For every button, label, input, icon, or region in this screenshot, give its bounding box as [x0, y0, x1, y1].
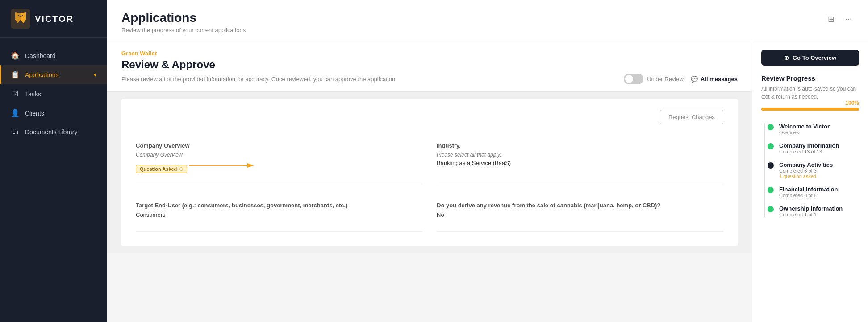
request-changes-row: Request Changes: [136, 110, 723, 124]
main-content: Applications Review the progress of your…: [107, 0, 868, 322]
home-icon: 🏠: [11, 51, 20, 60]
sidebar-item-documents[interactable]: 🗂 Documents Library: [0, 123, 107, 141]
step-text-ownership: Ownership Information Completed 1 of 1: [779, 205, 843, 217]
sidebar-item-applications[interactable]: 📋 Applications ▾: [0, 65, 107, 84]
step-status: Overview: [779, 130, 830, 135]
section-banner: Green Wallet Review & Approve Please rev…: [107, 41, 752, 92]
field-value: No: [437, 211, 723, 218]
question-asked-area: Question Asked: [136, 163, 422, 173]
step-dot-company-info: [768, 143, 774, 149]
all-messages-button[interactable]: 💬 All messages: [691, 76, 738, 83]
sidebar-item-dashboard[interactable]: 🏠 Dashboard: [0, 46, 107, 65]
tasks-icon: ☑: [11, 90, 20, 98]
progress-percentage: 100%: [845, 100, 859, 106]
svg-marker-2: [247, 163, 254, 168]
sidebar-item-label: Applications: [25, 71, 59, 78]
go-to-overview-label: Go To Overview: [793, 54, 836, 61]
step-status: Completed 13 of 13: [779, 149, 839, 154]
step-text-financial: Financial Information Completed 8 of 8: [779, 186, 838, 198]
header-actions: ⊞ ···: [826, 11, 854, 26]
form-fields-grid-second: Target End-User (e.g.: consumers, busine…: [136, 191, 723, 235]
section-description: Please review all of the provided inform…: [121, 76, 434, 83]
review-progress-desc: All information is auto-saved so you can…: [761, 85, 859, 101]
form-field-cannabis: Do you derive any revenue from the sale …: [437, 202, 723, 232]
annotation-arrow: [189, 161, 261, 179]
step-name: Company Activities: [779, 161, 833, 168]
step-dot-financial: [768, 187, 774, 193]
step-status: Completed 8 of 8: [779, 193, 838, 198]
step-status: Completed 3 of 3: [779, 168, 833, 173]
sidebar-item-clients[interactable]: 👤 Clients: [0, 103, 107, 123]
sidebar-item-label: Dashboard: [25, 52, 56, 59]
sidebar-logo: VICTOR: [0, 0, 107, 38]
documents-icon: 🗂: [11, 128, 20, 136]
step-text-welcome: Welcome to Victor Overview: [779, 123, 830, 135]
field-value: Consumers: [136, 211, 422, 218]
step-name: Company Information: [779, 142, 839, 149]
section-title: Review & Approve: [121, 58, 738, 71]
step-dot-ownership: [768, 206, 774, 212]
clients-icon: 👤: [11, 109, 20, 117]
page-header: Applications Review the progress of your…: [107, 0, 868, 41]
form-content: Request Changes Company Overview Company…: [107, 92, 752, 253]
review-progress-title: Review Progress: [761, 74, 859, 82]
more-options-button[interactable]: ···: [843, 13, 854, 26]
field-sublabel: Company Overview: [136, 152, 422, 158]
under-review-toggle[interactable]: [624, 74, 643, 84]
progress-step-welcome: Welcome to Victor Overview: [768, 120, 859, 139]
content-area: Green Wallet Review & Approve Please rev…: [107, 41, 868, 322]
step-text-company-activities: Company Activities Completed 3 of 3 1 qu…: [779, 161, 833, 179]
overview-icon: ⊕: [784, 54, 789, 61]
step-name: Ownership Information: [779, 205, 843, 212]
toggle-label: Under Review: [647, 76, 684, 83]
field-label: Target End-User (e.g.: consumers, busine…: [136, 202, 422, 209]
form-card: Request Changes Company Overview Company…: [121, 99, 738, 246]
progress-step-company-info: Company Information Completed 13 of 13: [768, 139, 859, 158]
progress-bar-background: [761, 108, 859, 111]
sidebar: VICTOR 🏠 Dashboard 📋 Applications ▾ ☑ Ta…: [0, 0, 107, 322]
building-icon-button[interactable]: ⊞: [826, 12, 836, 26]
page-title: Applications: [121, 11, 246, 25]
sidebar-item-tasks[interactable]: ☑ Tasks: [0, 84, 107, 103]
field-label: Company Overview: [136, 142, 422, 149]
page-subtitle: Review the progress of your current appl…: [121, 27, 246, 33]
step-dot-company-activities: [768, 162, 774, 169]
section-description-row: Please review all of the provided inform…: [121, 74, 738, 84]
step-extra: 1 question asked: [779, 173, 833, 179]
progress-bar-fill: [761, 108, 859, 111]
right-panel: ⊕ Go To Overview Review Progress All inf…: [752, 41, 868, 322]
client-name: Green Wallet: [121, 50, 738, 57]
progress-step-financial: Financial Information Completed 8 of 8: [768, 182, 859, 202]
field-label: Do you derive any revenue from the sale …: [437, 202, 723, 209]
step-status: Completed 1 of 1: [779, 212, 843, 217]
active-indicator: [0, 65, 1, 84]
logo-text: VICTOR: [35, 14, 74, 24]
step-name: Welcome to Victor: [779, 123, 830, 130]
messages-label: All messages: [701, 76, 738, 83]
form-field-company-overview: Company Overview Company Overview Questi…: [136, 142, 422, 184]
question-dot-icon: [179, 167, 183, 171]
applications-icon: 📋: [11, 70, 20, 79]
field-value: Banking as a Service (BaaS): [437, 160, 723, 166]
sidebar-item-label: Documents Library: [25, 128, 78, 136]
step-name: Financial Information: [779, 186, 838, 193]
field-sublabel: Please select all that apply.: [437, 152, 723, 158]
form-area: Green Wallet Review & Approve Please rev…: [107, 41, 752, 322]
field-label: Industry.: [437, 142, 723, 149]
question-asked-label: Question Asked: [140, 166, 177, 172]
progress-bar-wrap: 100%: [761, 108, 859, 111]
progress-step-ownership: Ownership Information Completed 1 of 1: [768, 202, 859, 221]
message-icon: 💬: [691, 76, 698, 83]
sidebar-item-label: Clients: [25, 110, 44, 117]
sidebar-navigation: 🏠 Dashboard 📋 Applications ▾ ☑ Tasks 👤 C…: [0, 42, 107, 145]
request-changes-button[interactable]: Request Changes: [660, 110, 723, 124]
go-to-overview-button[interactable]: ⊕ Go To Overview: [761, 50, 859, 66]
under-review-toggle-wrap: Under Review: [624, 74, 684, 84]
progress-steps: Welcome to Victor Overview Company Infor…: [761, 120, 859, 221]
victor-logo-icon: [11, 9, 30, 29]
section-controls: Under Review 💬 All messages: [624, 74, 738, 84]
chevron-down-icon: ▾: [94, 72, 96, 78]
question-asked-badge: Question Asked: [136, 165, 187, 173]
step-text-company-info: Company Information Completed 13 of 13: [779, 142, 839, 154]
form-fields-grid: Company Overview Company Overview Questi…: [136, 132, 723, 191]
